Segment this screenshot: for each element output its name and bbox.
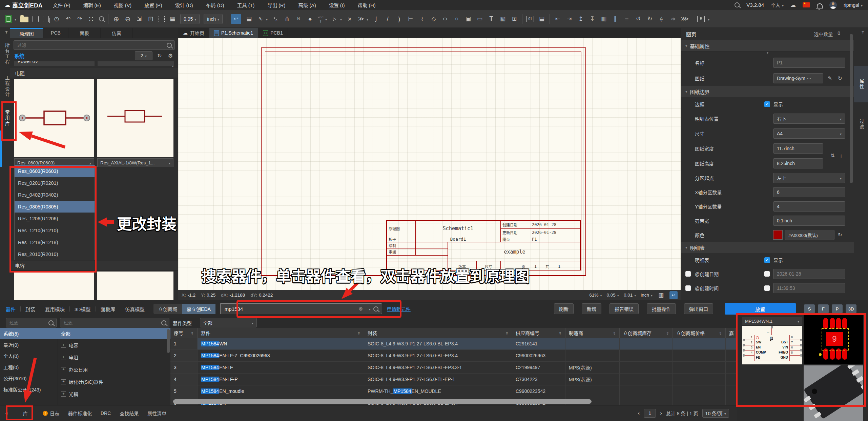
expand-icon[interactable]: [61, 367, 66, 372]
symbol-preview[interactable]: 9 EN 1 SW 2 EN 3 COMP 4 FB 8 BST 7 VIN 6: [742, 326, 802, 364]
source-jlc-eda[interactable]: 嘉立创EDA: [182, 304, 215, 314]
popup-window-button[interactable]: 弹出窗口: [684, 303, 713, 314]
redo-icon[interactable]: [76, 15, 83, 22]
vcc-tool[interactable]: VCC: [318, 16, 327, 22]
place-button[interactable]: 放置: [725, 303, 796, 315]
simulation-icon[interactable]: [681, 15, 689, 22]
size-select[interactable]: A4: [773, 128, 845, 139]
color-value-field[interactable]: #A00000(默认): [785, 230, 834, 240]
scope-personal[interactable]: 个人(0): [0, 350, 58, 361]
clear-search-icon[interactable]: [357, 306, 365, 312]
language-flag-icon[interactable]: [803, 2, 810, 7]
table-row[interactable]: 3 MP1584EN-LF SOIC-8_L4.9-W3.9-P1.27-LS6…: [170, 362, 736, 374]
menu-edit[interactable]: 编辑 (E): [83, 1, 101, 8]
category-all[interactable]: 全部: [58, 328, 170, 339]
arc-icon[interactable]: [395, 15, 403, 23]
created-time-field[interactable]: 11:39:53: [773, 283, 845, 293]
collapse-panel-icon[interactable]: [5, 412, 8, 415]
per-page-select[interactable]: 10 条/页: [702, 409, 729, 418]
select-area-icon[interactable]: [159, 16, 165, 22]
menu-help[interactable]: 帮助 (H): [357, 1, 375, 8]
pin-icon[interactable]: [407, 15, 414, 22]
username-dropdown[interactable]: ripmgal: [844, 2, 863, 8]
grid-toggle-icon[interactable]: [657, 292, 665, 299]
created-date-row-checkbox[interactable]: [685, 271, 691, 277]
unit-select[interactable]: inch: [204, 14, 223, 24]
name-field[interactable]: P1: [773, 58, 845, 68]
category-filter-input[interactable]: [63, 320, 161, 326]
menu-layout[interactable]: 布局 (O): [206, 1, 224, 8]
clipped-package-select[interactable]: [98, 61, 174, 66]
sheet-width-field[interactable]: 11.7inch: [773, 143, 823, 154]
search-icon[interactable]: [373, 306, 378, 312]
col-clipped[interactable]: 嘉: [726, 328, 736, 338]
color-swatch[interactable]: [773, 230, 783, 240]
component-preview-cap[interactable]: [14, 272, 94, 300]
category-filter-box[interactable]: [60, 318, 169, 327]
component-search-box[interactable]: [220, 303, 382, 314]
category-optocoupler[interactable]: 光耦: [58, 388, 170, 400]
align-top-icon[interactable]: [577, 15, 584, 22]
panel-divider[interactable]: [10, 66, 178, 68]
table-row[interactable]: 2 MP1584EN-LF-Z_C9900026963 SOIC-8_L4.9-…: [170, 350, 736, 362]
rect-icon[interactable]: [476, 15, 483, 22]
mirror-vertical-icon[interactable]: [659, 15, 664, 23]
col-manufacturer[interactable]: 制造商: [565, 328, 620, 338]
dock-tab-properties[interactable]: 属性: [854, 66, 868, 102]
category-office[interactable]: 办公日用: [58, 363, 170, 376]
tab-3d-models[interactable]: 3D模型: [75, 305, 91, 313]
sort-icon[interactable]: [191, 330, 194, 336]
menu-file[interactable]: 文件 (F): [53, 1, 70, 8]
mirror-horizontal-icon[interactable]: [669, 17, 677, 21]
annotate-icon[interactable]: 01: [526, 16, 534, 22]
footer-tab-library[interactable]: 库: [17, 410, 34, 417]
dropdown-option[interactable]: Res_1210(R1210): [15, 224, 95, 236]
distribute-horizontal-icon[interactable]: [612, 15, 619, 22]
wire-tool[interactable]: [257, 15, 268, 22]
sheet-height-field[interactable]: 8.25inch: [773, 158, 823, 168]
section-capacitor[interactable]: 电容: [10, 261, 178, 270]
bus-entry-tool[interactable]: [357, 15, 368, 22]
tab-panel[interactable]: 面板: [68, 28, 101, 38]
request-new-part-link[interactable]: 申请新元件: [387, 305, 411, 312]
new-symbol-button[interactable]: [5, 15, 16, 23]
ellipse-icon[interactable]: [440, 16, 451, 22]
save-timer-icon[interactable]: [53, 15, 60, 22]
expand-icon[interactable]: [61, 343, 66, 348]
created-time-row-checkbox[interactable]: [685, 285, 691, 291]
wire-mode-status-icon[interactable]: [669, 291, 678, 299]
section-bom[interactable]: 明细表: [681, 242, 854, 253]
save-icon[interactable]: [33, 16, 39, 22]
table-icon[interactable]: [511, 15, 518, 22]
library-filter-input[interactable]: [17, 42, 167, 48]
find-component-icon[interactable]: [99, 16, 104, 21]
sort-icon[interactable]: [559, 330, 562, 336]
col-device[interactable]: 器件: [198, 328, 364, 338]
cloud-sync-icon[interactable]: ☁: [790, 2, 796, 8]
pin-panel-icon[interactable]: [859, 29, 867, 34]
menu-place[interactable]: 放置 (P): [144, 1, 162, 8]
footer-tab-standardize[interactable]: 器件标准化: [68, 410, 92, 417]
zoom-out-icon[interactable]: [124, 15, 131, 23]
zoom-in-icon[interactable]: [112, 15, 120, 23]
rotate-ccw-icon[interactable]: [635, 15, 642, 22]
sidebar-tab-common-library[interactable]: 常用库: [0, 110, 10, 127]
component-search-input[interactable]: [224, 306, 354, 312]
scope-public[interactable]: 公开(3010): [0, 373, 58, 384]
expand-icon[interactable]: [61, 355, 66, 360]
dropdown-option[interactable]: Res_0402(R0402): [15, 189, 95, 201]
search-history-dropdown-icon[interactable]: [367, 306, 371, 312]
refresh-button[interactable]: 刷新: [554, 303, 574, 314]
part-variant-select[interactable]: MP1584WN.1: [742, 317, 802, 325]
freehand-icon[interactable]: [372, 16, 380, 22]
text-icon[interactable]: T: [488, 15, 495, 22]
sort-icon[interactable]: [666, 330, 669, 336]
notifications-bell-icon[interactable]: [817, 3, 823, 8]
save-as-icon[interactable]: [43, 16, 49, 22]
refresh-library-icon[interactable]: [156, 53, 163, 59]
grid-size-status-select[interactable]: 0.05: [607, 293, 619, 298]
created-time-show-checkbox[interactable]: [764, 285, 770, 291]
dropdown-option[interactable]: Res_0603(R0603): [15, 165, 95, 177]
band-width-field[interactable]: 0.1inch: [773, 216, 845, 226]
sort-icon[interactable]: [505, 330, 509, 336]
